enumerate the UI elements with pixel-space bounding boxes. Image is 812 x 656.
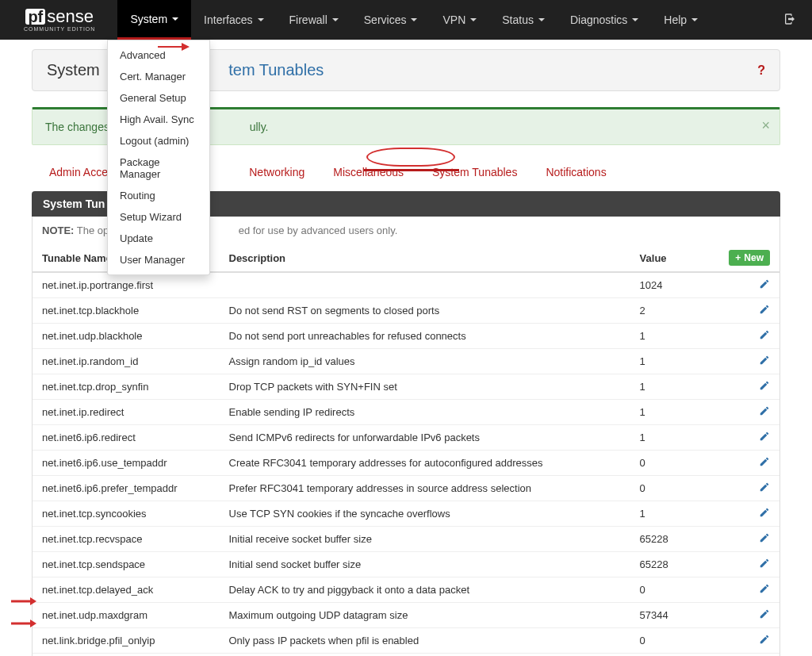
pencil-icon — [759, 355, 770, 366]
cell-desc: Use TCP SYN cookies if the syncache over… — [220, 501, 630, 527]
edit-button[interactable] — [759, 508, 770, 520]
dropdown-item-package-manager[interactable]: Package Manager — [108, 152, 209, 185]
cell-tunable: net.link.bridge.pfil_member — [33, 654, 220, 657]
cell-desc: Packet filter on the member interface — [220, 654, 630, 657]
dropdown-item-setup-wizard[interactable]: Setup Wizard — [108, 206, 209, 228]
nav-item-firewall[interactable]: Firewall — [277, 0, 351, 40]
table-row: net.inet.udp.maxdgramMaximum outgoing UD… — [33, 603, 779, 628]
dropdown-item-update[interactable]: Update — [108, 228, 209, 249]
edit-button[interactable] — [759, 635, 770, 647]
pencil-icon — [759, 558, 770, 569]
tab-system-tunables[interactable]: System Tunables — [429, 164, 520, 180]
cell-value: 1 — [630, 400, 705, 425]
cell-desc: Initial receive socket buffer size — [220, 527, 630, 552]
dropdown-item-high-avail-sync[interactable]: High Avail. Sync — [108, 109, 209, 130]
cell-desc — [220, 272, 630, 298]
tab-miscellaneous[interactable]: Miscellaneous — [330, 164, 407, 180]
caret-down-icon — [632, 18, 638, 21]
cell-value: 0 — [630, 476, 705, 501]
cell-value: 1 — [630, 374, 705, 400]
table-row: net.inet6.ip6.prefer_tempaddrPrefer RFC3… — [33, 476, 779, 501]
help-icon[interactable]: ? — [757, 63, 765, 78]
nav-items: SystemInterfacesFirewallServicesVPNStatu… — [117, 0, 710, 40]
table-row: net.inet.tcp.syncookiesUse TCP SYN cooki… — [33, 501, 779, 527]
cell-desc: Initial send socket buffer size — [220, 552, 630, 577]
cell-tunable: net.inet.ip.portrange.first — [33, 272, 220, 298]
alert-close-button[interactable]: × — [761, 117, 770, 134]
edit-button[interactable] — [759, 610, 770, 622]
cell-value: 65228 — [630, 527, 705, 552]
table-row: net.inet.ip.redirectEnable sending IP re… — [33, 400, 779, 425]
tunables-table: Tunable Name Description Value + New net… — [33, 244, 779, 656]
logo-sense: sense — [47, 8, 94, 25]
cell-desc: Do not send RST on segments to closed po… — [220, 298, 630, 324]
cell-tunable: net.inet6.ip6.redirect — [33, 425, 220, 451]
edit-button[interactable] — [759, 305, 770, 317]
edit-button[interactable] — [759, 483, 770, 495]
dropdown-item-user-manager[interactable]: User Manager — [108, 249, 209, 270]
caret-down-icon — [258, 18, 264, 21]
edit-button[interactable] — [759, 559, 770, 571]
table-row: net.link.bridge.pfil_memberPacket filter… — [33, 654, 779, 657]
logo[interactable]: pf sense COMMUNITY EDITION — [24, 8, 95, 32]
edit-button[interactable] — [759, 356, 770, 368]
table-row: net.inet.tcp.delayed_ackDelay ACK to try… — [33, 577, 779, 603]
cell-tunable: net.inet.tcp.delayed_ack — [33, 577, 220, 603]
pencil-icon — [759, 380, 770, 391]
edit-button[interactable] — [759, 382, 770, 393]
nav-item-vpn[interactable]: VPN — [430, 0, 489, 40]
edit-button[interactable] — [759, 280, 770, 292]
top-navbar: pf sense COMMUNITY EDITION SystemInterfa… — [0, 0, 812, 40]
dropdown-item-routing[interactable]: Routing — [108, 185, 209, 206]
cell-tunable: net.inet.tcp.blackhole — [33, 298, 220, 324]
cell-value: 65228 — [630, 552, 705, 577]
dropdown-item-cert-manager[interactable]: Cert. Manager — [108, 66, 209, 87]
cell-value: 57344 — [630, 603, 705, 628]
table-row: net.inet6.ip6.redirectSend ICMPv6 redire… — [33, 425, 779, 451]
plus-icon: + — [735, 252, 741, 263]
logout-button[interactable] — [783, 13, 796, 28]
edit-button[interactable] — [759, 585, 770, 597]
edit-button[interactable] — [759, 331, 770, 343]
nav-item-status[interactable]: Status — [489, 0, 557, 40]
cell-value: 1 — [630, 425, 705, 451]
dropdown-item-logout-admin-[interactable]: Logout (admin) — [108, 130, 209, 152]
table-row: net.inet.tcp.drop_synfinDrop TCP packets… — [33, 374, 779, 400]
caret-down-icon — [411, 18, 417, 21]
pencil-icon — [759, 304, 770, 315]
edit-button[interactable] — [759, 432, 770, 444]
system-dropdown: AdvancedCert. ManagerGeneral SetupHigh A… — [107, 40, 210, 275]
caret-down-icon — [172, 17, 178, 21]
dropdown-item-general-setup[interactable]: General Setup — [108, 87, 209, 109]
cell-tunable: net.inet.tcp.sendspace — [33, 552, 220, 577]
table-row: net.inet6.ip6.use_tempaddrCreate RFC3041… — [33, 451, 779, 476]
nav-item-services[interactable]: Services — [351, 0, 431, 40]
pencil-icon — [759, 583, 770, 594]
pencil-icon — [759, 532, 770, 543]
breadcrumb-root[interactable]: System — [47, 61, 100, 79]
col-value: Value — [630, 244, 705, 272]
cell-tunable: net.inet.ip.redirect — [33, 400, 220, 425]
edit-button[interactable] — [759, 458, 770, 470]
nav-item-diagnostics[interactable]: Diagnostics — [557, 0, 651, 40]
new-button[interactable]: + New — [729, 250, 770, 266]
table-row: net.link.bridge.pfil_onlyipOnly pass IP … — [33, 628, 779, 654]
caret-down-icon — [538, 18, 545, 21]
pencil-icon — [759, 431, 770, 442]
cell-value: 0 — [630, 628, 705, 654]
cell-desc: Enable sending IP redirects — [220, 400, 630, 425]
tab-notifications[interactable]: Notifications — [542, 164, 609, 180]
nav-item-system[interactable]: System — [117, 0, 191, 40]
dropdown-item-advanced[interactable]: Advanced — [108, 44, 209, 66]
pencil-icon — [759, 278, 770, 290]
cell-tunable: net.link.bridge.pfil_onlyip — [33, 628, 220, 654]
edit-button[interactable] — [759, 534, 770, 546]
edit-button[interactable] — [759, 407, 770, 419]
caret-down-icon — [470, 18, 477, 21]
nav-item-help[interactable]: Help — [651, 0, 710, 40]
col-actions: + New — [705, 244, 779, 272]
tab-networking[interactable]: Networking — [246, 164, 308, 180]
pencil-icon — [759, 329, 770, 340]
col-desc: Description — [220, 244, 630, 272]
nav-item-interfaces[interactable]: Interfaces — [191, 0, 276, 40]
